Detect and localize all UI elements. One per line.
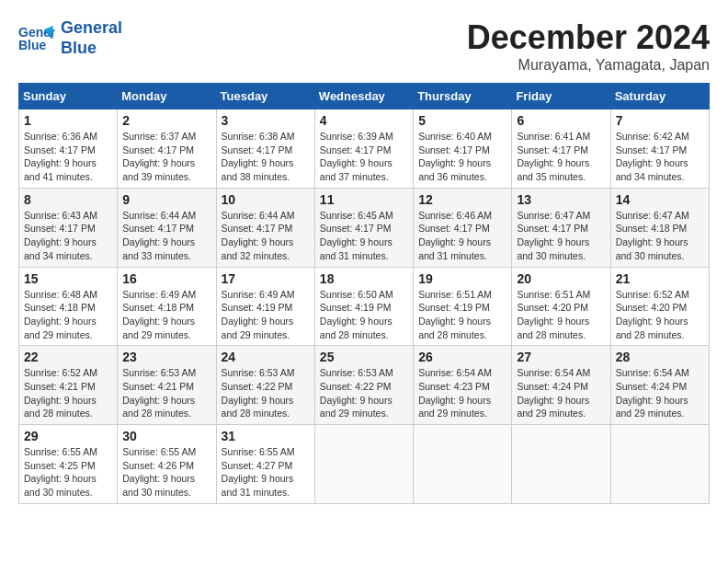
calendar-cell: 18Sunrise: 6:50 AM Sunset: 4:19 PM Dayli… — [314, 267, 413, 346]
day-number: 30 — [122, 429, 210, 443]
calendar-cell: 16Sunrise: 6:49 AM Sunset: 4:18 PM Dayli… — [118, 267, 216, 346]
day-info: Sunrise: 6:55 AM Sunset: 4:26 PM Dayligh… — [122, 445, 210, 500]
day-number: 15 — [24, 271, 112, 286]
logo-line2: Blue — [61, 39, 97, 57]
calendar-cell: 31Sunrise: 6:55 AM Sunset: 4:27 PM Dayli… — [216, 425, 314, 504]
calendar-cell — [414, 425, 512, 504]
day-number: 22 — [24, 350, 112, 364]
day-number: 12 — [418, 192, 506, 207]
calendar-cell — [610, 425, 709, 504]
day-number: 21 — [616, 271, 704, 286]
calendar-cell: 4Sunrise: 6:39 AM Sunset: 4:17 PM Daylig… — [314, 109, 413, 189]
day-number: 29 — [24, 429, 112, 443]
day-info: Sunrise: 6:44 AM Sunset: 4:17 PM Dayligh… — [222, 209, 310, 263]
day-info: Sunrise: 6:43 AM Sunset: 4:17 PM Dayligh… — [24, 209, 112, 263]
day-number: 25 — [320, 350, 408, 364]
day-number: 18 — [320, 271, 408, 286]
calendar-cell: 19Sunrise: 6:51 AM Sunset: 4:19 PM Dayli… — [414, 267, 512, 346]
calendar-cell: 24Sunrise: 6:53 AM Sunset: 4:22 PM Dayli… — [216, 346, 314, 425]
calendar-cell: 12Sunrise: 6:46 AM Sunset: 4:17 PM Dayli… — [414, 188, 512, 267]
day-number: 24 — [222, 350, 310, 364]
calendar-table: SundayMondayTuesdayWednesdayThursdayFrid… — [18, 83, 710, 504]
calendar-cell: 17Sunrise: 6:49 AM Sunset: 4:19 PM Dayli… — [216, 267, 314, 346]
weekday-thursday: Thursday — [414, 84, 512, 109]
day-info: Sunrise: 6:49 AM Sunset: 4:19 PM Dayligh… — [222, 288, 310, 342]
day-info: Sunrise: 6:45 AM Sunset: 4:17 PM Dayligh… — [320, 209, 408, 263]
logo-text: General Blue — [61, 18, 122, 58]
day-number: 19 — [418, 271, 506, 286]
day-info: Sunrise: 6:53 AM Sunset: 4:22 PM Dayligh… — [320, 366, 408, 420]
day-number: 28 — [616, 350, 704, 364]
day-number: 2 — [122, 113, 210, 128]
day-info: Sunrise: 6:54 AM Sunset: 4:23 PM Dayligh… — [418, 366, 506, 420]
calendar-cell: 15Sunrise: 6:48 AM Sunset: 4:18 PM Dayli… — [19, 267, 118, 346]
day-number: 9 — [122, 192, 210, 207]
day-info: Sunrise: 6:53 AM Sunset: 4:22 PM Dayligh… — [222, 366, 310, 420]
day-number: 31 — [222, 429, 310, 443]
day-info: Sunrise: 6:46 AM Sunset: 4:17 PM Dayligh… — [418, 209, 506, 263]
calendar-cell: 27Sunrise: 6:54 AM Sunset: 4:24 PM Dayli… — [512, 346, 610, 425]
calendar-body: 1Sunrise: 6:36 AM Sunset: 4:17 PM Daylig… — [19, 109, 710, 504]
day-number: 5 — [418, 113, 506, 128]
calendar-cell: 25Sunrise: 6:53 AM Sunset: 4:22 PM Dayli… — [314, 346, 413, 425]
day-number: 26 — [418, 350, 506, 364]
day-info: Sunrise: 6:47 AM Sunset: 4:17 PM Dayligh… — [517, 209, 605, 263]
day-info: Sunrise: 6:41 AM Sunset: 4:17 PM Dayligh… — [517, 130, 605, 184]
day-number: 14 — [616, 192, 704, 207]
day-info: Sunrise: 6:40 AM Sunset: 4:17 PM Dayligh… — [418, 130, 506, 184]
day-info: Sunrise: 6:54 AM Sunset: 4:24 PM Dayligh… — [616, 366, 704, 420]
logo: General Blue General Blue — [18, 18, 122, 58]
calendar-cell — [314, 425, 413, 504]
weekday-header-row: SundayMondayTuesdayWednesdayThursdayFrid… — [19, 84, 710, 109]
weekday-sunday: Sunday — [19, 84, 118, 109]
week-row-2: 8Sunrise: 6:43 AM Sunset: 4:17 PM Daylig… — [19, 188, 710, 267]
calendar-cell: 6Sunrise: 6:41 AM Sunset: 4:17 PM Daylig… — [512, 109, 610, 189]
calendar-cell: 10Sunrise: 6:44 AM Sunset: 4:17 PM Dayli… — [216, 188, 314, 267]
calendar-cell: 21Sunrise: 6:52 AM Sunset: 4:20 PM Dayli… — [610, 267, 709, 346]
day-info: Sunrise: 6:55 AM Sunset: 4:25 PM Dayligh… — [24, 445, 112, 500]
weekday-tuesday: Tuesday — [216, 84, 314, 109]
day-number: 6 — [517, 113, 605, 128]
week-row-3: 15Sunrise: 6:48 AM Sunset: 4:18 PM Dayli… — [19, 267, 710, 346]
weekday-saturday: Saturday — [610, 84, 709, 109]
calendar-cell: 2Sunrise: 6:37 AM Sunset: 4:17 PM Daylig… — [118, 109, 216, 189]
day-number: 7 — [616, 113, 704, 128]
day-number: 10 — [222, 192, 310, 207]
calendar-cell: 13Sunrise: 6:47 AM Sunset: 4:17 PM Dayli… — [512, 188, 610, 267]
day-info: Sunrise: 6:52 AM Sunset: 4:20 PM Dayligh… — [616, 288, 704, 342]
logo-line1: General — [61, 18, 122, 37]
calendar-cell: 8Sunrise: 6:43 AM Sunset: 4:17 PM Daylig… — [19, 188, 118, 267]
location-title: Murayama, Yamagata, Japan — [467, 57, 710, 74]
day-number: 11 — [320, 192, 408, 207]
day-number: 8 — [24, 192, 112, 207]
calendar-cell: 1Sunrise: 6:36 AM Sunset: 4:17 PM Daylig… — [19, 109, 118, 189]
day-info: Sunrise: 6:36 AM Sunset: 4:17 PM Dayligh… — [24, 130, 112, 184]
weekday-wednesday: Wednesday — [314, 84, 413, 109]
week-row-4: 22Sunrise: 6:52 AM Sunset: 4:21 PM Dayli… — [19, 346, 710, 425]
week-row-5: 29Sunrise: 6:55 AM Sunset: 4:25 PM Dayli… — [19, 425, 710, 504]
day-info: Sunrise: 6:47 AM Sunset: 4:18 PM Dayligh… — [616, 209, 704, 263]
calendar-cell: 5Sunrise: 6:40 AM Sunset: 4:17 PM Daylig… — [414, 109, 512, 189]
calendar-cell: 23Sunrise: 6:53 AM Sunset: 4:21 PM Dayli… — [118, 346, 216, 425]
day-info: Sunrise: 6:42 AM Sunset: 4:17 PM Dayligh… — [616, 130, 704, 184]
calendar-cell: 9Sunrise: 6:44 AM Sunset: 4:17 PM Daylig… — [118, 188, 216, 267]
day-info: Sunrise: 6:53 AM Sunset: 4:21 PM Dayligh… — [122, 366, 210, 420]
week-row-1: 1Sunrise: 6:36 AM Sunset: 4:17 PM Daylig… — [19, 109, 710, 189]
day-number: 4 — [320, 113, 408, 128]
day-info: Sunrise: 6:49 AM Sunset: 4:18 PM Dayligh… — [122, 288, 210, 342]
day-number: 1 — [24, 113, 112, 128]
day-info: Sunrise: 6:51 AM Sunset: 4:19 PM Dayligh… — [418, 288, 506, 342]
calendar-cell: 20Sunrise: 6:51 AM Sunset: 4:20 PM Dayli… — [512, 267, 610, 346]
day-number: 16 — [122, 271, 210, 286]
day-info: Sunrise: 6:39 AM Sunset: 4:17 PM Dayligh… — [320, 130, 408, 184]
calendar-cell: 30Sunrise: 6:55 AM Sunset: 4:26 PM Dayli… — [118, 425, 216, 504]
weekday-friday: Friday — [512, 84, 610, 109]
day-number: 13 — [517, 192, 605, 207]
month-title: December 2024 — [467, 18, 710, 57]
weekday-monday: Monday — [118, 84, 216, 109]
day-number: 3 — [222, 113, 310, 128]
day-info: Sunrise: 6:51 AM Sunset: 4:20 PM Dayligh… — [517, 288, 605, 342]
day-number: 17 — [222, 271, 310, 286]
calendar-cell: 7Sunrise: 6:42 AM Sunset: 4:17 PM Daylig… — [610, 109, 709, 189]
svg-text:Blue: Blue — [18, 38, 47, 52]
